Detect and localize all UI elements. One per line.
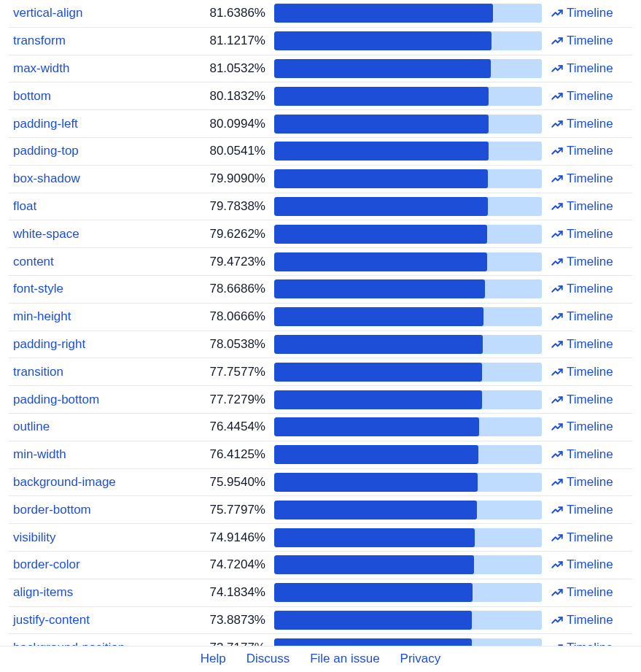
timeline-label: Timeline	[567, 503, 613, 517]
timeline-link[interactable]: Timeline	[551, 557, 613, 572]
timeline-link[interactable]: Timeline	[551, 365, 613, 379]
percent-bar	[274, 142, 542, 161]
table-row: white-space79.6262%Timeline	[9, 220, 632, 248]
timeline-cell: Timeline	[551, 447, 632, 462]
timeline-link[interactable]: Timeline	[551, 475, 613, 490]
property-link[interactable]: background-image	[13, 475, 116, 489]
percent-value: 74.7204%	[190, 557, 265, 572]
footer-privacy-link[interactable]: Privacy	[400, 652, 441, 666]
percent-bar	[274, 417, 542, 436]
timeline-link[interactable]: Timeline	[551, 337, 613, 352]
percent-value: 77.7279%	[190, 393, 265, 407]
timeline-link[interactable]: Timeline	[551, 420, 613, 434]
timeline-cell: Timeline	[551, 34, 632, 48]
property-link[interactable]: transform	[13, 34, 66, 47]
property-name-cell: padding-right	[9, 337, 181, 352]
timeline-link[interactable]: Timeline	[551, 6, 613, 20]
timeline-link[interactable]: Timeline	[551, 447, 613, 462]
percent-bar-fill	[274, 501, 477, 520]
timeline-link[interactable]: Timeline	[551, 530, 613, 545]
property-link[interactable]: white-space	[13, 227, 79, 241]
property-name-cell: max-width	[9, 61, 181, 76]
property-link[interactable]: bottom	[13, 89, 51, 103]
property-link[interactable]: content	[13, 255, 54, 269]
timeline-cell: Timeline	[551, 613, 632, 627]
property-link[interactable]: float	[13, 199, 36, 213]
timeline-link[interactable]: Timeline	[551, 393, 613, 407]
percent-bar	[274, 197, 542, 216]
property-link[interactable]: border-bottom	[13, 503, 91, 517]
property-link[interactable]: vertical-align	[13, 6, 82, 20]
timeline-link[interactable]: Timeline	[551, 227, 613, 242]
percent-bar-fill	[274, 445, 478, 464]
percent-value: 74.9146%	[190, 530, 265, 545]
timeline-link[interactable]: Timeline	[551, 309, 613, 324]
percent-bar-fill	[274, 115, 489, 134]
timeline-link[interactable]: Timeline	[551, 144, 613, 158]
timeline-link[interactable]: Timeline	[551, 585, 613, 600]
percent-bar-fill	[274, 4, 493, 23]
timeline-link[interactable]: Timeline	[551, 117, 613, 131]
property-name-cell: background-image	[9, 475, 181, 490]
property-link[interactable]: min-height	[13, 309, 71, 323]
timeline-link[interactable]: Timeline	[551, 61, 613, 76]
percent-value: 73.8873%	[190, 613, 265, 627]
timeline-cell: Timeline	[551, 227, 632, 242]
percent-bar	[274, 307, 542, 326]
timeline-link[interactable]: Timeline	[551, 282, 613, 296]
property-name-cell: padding-left	[9, 117, 181, 131]
percent-bar-fill	[274, 528, 475, 547]
timeline-link[interactable]: Timeline	[551, 613, 613, 627]
percent-value: 79.4723%	[190, 255, 265, 269]
property-name-cell: min-width	[9, 447, 181, 462]
property-link[interactable]: transition	[13, 365, 63, 379]
property-link[interactable]: padding-top	[13, 144, 79, 158]
timeline-label: Timeline	[567, 530, 613, 545]
percent-value: 81.0532%	[190, 61, 265, 76]
timeline-icon	[551, 7, 564, 20]
property-link[interactable]: box-shadow	[13, 171, 80, 185]
timeline-cell: Timeline	[551, 61, 632, 76]
timeline-link[interactable]: Timeline	[551, 503, 613, 517]
property-link[interactable]: max-width	[13, 61, 69, 75]
property-link[interactable]: visibility	[13, 530, 56, 544]
timeline-icon	[551, 586, 564, 599]
table-row: border-color74.7204%Timeline	[9, 552, 632, 579]
property-name-cell: bottom	[9, 89, 181, 104]
timeline-link[interactable]: Timeline	[551, 255, 613, 269]
property-link[interactable]: padding-bottom	[13, 393, 99, 406]
property-link[interactable]: outline	[13, 420, 50, 433]
property-link[interactable]: padding-right	[13, 337, 85, 351]
timeline-cell: Timeline	[551, 171, 632, 186]
table-row: vertical-align81.6386%Timeline	[9, 0, 632, 28]
percent-value: 74.1834%	[190, 585, 265, 600]
timeline-cell: Timeline	[551, 420, 632, 434]
property-link[interactable]: min-width	[13, 447, 66, 461]
property-name-cell: min-height	[9, 309, 181, 324]
percent-value: 79.9090%	[190, 171, 265, 186]
percent-bar	[274, 87, 542, 106]
table-row: padding-top80.0541%Timeline	[9, 138, 632, 166]
timeline-icon	[551, 282, 564, 296]
property-link[interactable]: padding-left	[13, 117, 78, 131]
percent-bar	[274, 279, 542, 298]
timeline-link[interactable]: Timeline	[551, 171, 613, 186]
timeline-link[interactable]: Timeline	[551, 199, 613, 214]
timeline-label: Timeline	[567, 365, 613, 379]
percent-bar-fill	[274, 279, 485, 298]
timeline-cell: Timeline	[551, 309, 632, 324]
footer-help-link[interactable]: Help	[201, 652, 226, 666]
timeline-icon	[551, 558, 564, 571]
timeline-link[interactable]: Timeline	[551, 89, 613, 104]
timeline-icon	[551, 503, 564, 517]
property-link[interactable]: font-style	[13, 282, 63, 296]
footer-file-issue-link[interactable]: File an issue	[310, 652, 379, 666]
property-link[interactable]: justify-content	[13, 613, 90, 627]
timeline-cell: Timeline	[551, 503, 632, 517]
timeline-link[interactable]: Timeline	[551, 34, 613, 48]
percent-bar	[274, 611, 542, 630]
footer-discuss-link[interactable]: Discuss	[246, 652, 290, 666]
property-link[interactable]: border-color	[13, 557, 80, 571]
timeline-label: Timeline	[567, 89, 613, 104]
property-link[interactable]: align-items	[13, 585, 73, 599]
